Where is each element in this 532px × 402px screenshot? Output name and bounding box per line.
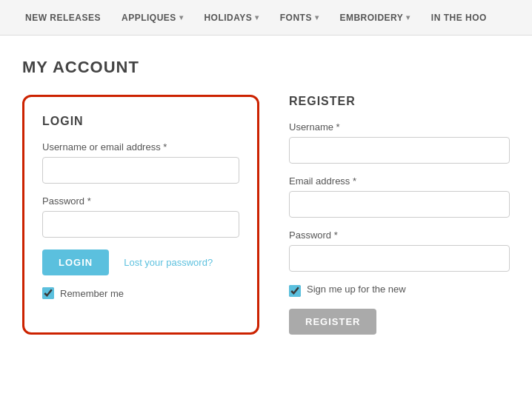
username-label: Username or email address * (42, 141, 239, 153)
login-button-row: LOGIN Lost your password? (42, 249, 239, 275)
register-email-input[interactable] (289, 191, 510, 218)
chevron-down-icon: ▾ (406, 13, 410, 21)
nav-in-the-hoo[interactable]: IN THE HOO (421, 13, 497, 23)
register-password-input[interactable] (289, 245, 510, 272)
username-input[interactable] (42, 157, 239, 184)
password-input[interactable] (42, 211, 239, 238)
newsletter-label: Sign me up for the new (307, 284, 406, 295)
newsletter-row: Sign me up for the new (289, 284, 510, 297)
login-button[interactable]: LOGIN (42, 249, 109, 275)
remember-me-checkbox[interactable] (42, 287, 54, 299)
register-email-group: Email address * (289, 175, 510, 218)
remember-me-label: Remember me (60, 288, 124, 299)
register-username-label: Username * (289, 121, 510, 133)
page-title: MY ACCOUNT (22, 58, 510, 77)
register-username-input[interactable] (289, 137, 510, 164)
login-title: LOGIN (42, 115, 239, 128)
register-email-label: Email address * (289, 175, 510, 187)
chevron-down-icon: ▾ (255, 13, 259, 21)
page-content: MY ACCOUNT LOGIN Username or email addre… (0, 36, 532, 357)
register-section: REGISTER Username * Email address * Pass… (289, 95, 510, 335)
register-password-group: Password * (289, 230, 510, 272)
nav-label: NEW RELEASES (25, 13, 101, 23)
nav-label: IN THE HOO (431, 13, 487, 23)
register-button[interactable]: REGISTER (289, 309, 376, 335)
username-group: Username or email address * (42, 141, 239, 184)
nav-label: HOLIDAYS (204, 13, 252, 23)
nav-label: EMBROIDERY (339, 13, 403, 23)
nav-embroidery[interactable]: EMBROIDERY ▾ (329, 13, 420, 23)
chevron-down-icon: ▾ (315, 13, 319, 21)
nav-new-releases[interactable]: NEW RELEASES (15, 13, 111, 23)
nav-appliques[interactable]: APPLIQUES ▾ (111, 13, 193, 23)
login-section: LOGIN Username or email address * Passwo… (22, 95, 259, 335)
remember-row: Remember me (42, 287, 239, 299)
nav-label: APPLIQUES (122, 13, 176, 23)
chevron-down-icon: ▾ (179, 13, 184, 21)
nav-holidays[interactable]: HOLIDAYS ▾ (193, 13, 269, 23)
password-group: Password * (42, 195, 239, 238)
two-column-layout: LOGIN Username or email address * Passwo… (22, 95, 510, 335)
nav-fonts[interactable]: FONTS ▾ (270, 13, 330, 23)
main-nav: NEW RELEASES APPLIQUES ▾ HOLIDAYS ▾ FONT… (0, 0, 532, 36)
register-username-group: Username * (289, 121, 510, 164)
lost-password-link[interactable]: Lost your password? (124, 257, 213, 268)
password-label: Password * (42, 195, 239, 207)
register-password-label: Password * (289, 230, 510, 241)
nav-label: FONTS (280, 13, 312, 23)
register-title: REGISTER (289, 95, 510, 108)
newsletter-checkbox[interactable] (289, 285, 301, 297)
